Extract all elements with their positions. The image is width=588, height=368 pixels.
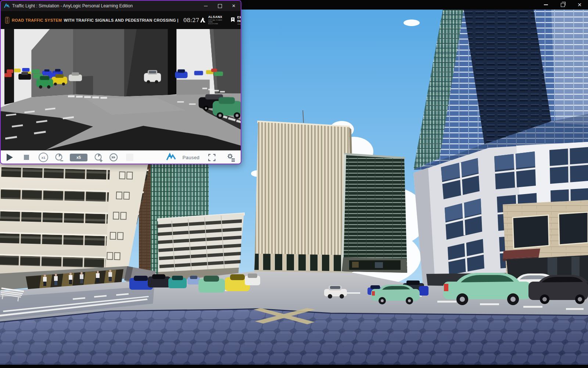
restore-down-icon xyxy=(561,3,565,7)
fullscreen-icon xyxy=(208,153,216,162)
speed-up-clock-icon xyxy=(94,153,103,162)
fast-forward-button[interactable] xyxy=(109,153,118,162)
minimize-icon xyxy=(204,6,208,6)
slow-down-clock-icon xyxy=(55,153,64,162)
close-icon: ✕ xyxy=(577,2,582,7)
sim-header: ROAD TRAFFIC SYSTEM WITH TRAFFIC SIGNALS… xyxy=(1,11,241,29)
cream-building xyxy=(0,162,156,296)
plaza xyxy=(0,308,588,365)
alsanx-mountain-icon xyxy=(199,17,207,23)
play-icon xyxy=(7,154,13,161)
app-restore-button[interactable] xyxy=(554,0,571,10)
simulation-clock: 08:27 xyxy=(183,17,199,24)
minimize-icon xyxy=(544,4,548,5)
bottom-strip xyxy=(0,365,588,368)
desktop-screen: ✕ xyxy=(0,0,588,368)
anylogic-app-icon xyxy=(4,3,10,8)
inactive-button xyxy=(126,154,133,161)
status-label: Paused xyxy=(183,155,200,160)
traffic-light-icon xyxy=(5,17,9,24)
sim-maximize-button[interactable] xyxy=(213,1,227,11)
settings-button[interactable] xyxy=(226,153,236,162)
sim-titlebar[interactable]: Traffic Light : Simulation - AnyLogic Pe… xyxy=(1,1,241,11)
anylogic-logo xyxy=(166,153,176,162)
maximize-icon xyxy=(218,4,222,8)
speed-up-button[interactable] xyxy=(94,153,103,162)
settings-gear-icon xyxy=(226,153,236,162)
emaarblue-logo: EMAARBLUE INDUSTRIES xyxy=(230,16,241,24)
app-minimize-button[interactable] xyxy=(537,0,554,10)
dark-green-tower xyxy=(341,153,407,273)
beige-tower xyxy=(254,110,355,274)
fast-forward-icon xyxy=(109,153,118,162)
anylogic-simulation-window: Traffic Light : Simulation - AnyLogic Pe… xyxy=(0,0,241,164)
system-title: ROAD TRAFFIC SYSTEM xyxy=(12,18,62,22)
fullscreen-button[interactable] xyxy=(208,153,216,162)
stop-icon xyxy=(24,155,29,160)
sim-3d-viewport[interactable] xyxy=(1,29,241,150)
speed-badge[interactable]: x5 xyxy=(70,154,87,161)
system-subtitle: WITH TRAFFIC SIGNALS AND PEDESTRIAN CROS… xyxy=(64,18,178,22)
stop-button[interactable] xyxy=(24,155,29,160)
play-button[interactable] xyxy=(7,154,13,161)
logo-rule xyxy=(237,24,241,24)
close-icon: ✕ xyxy=(232,4,236,8)
emaarblue-banner-icon xyxy=(230,17,236,23)
simulation-toolbar: x1 x5 xyxy=(1,150,241,164)
alsanx-logo: ALSANX VIRTUAL POWER DATA SOLUTIONS xyxy=(199,15,223,25)
car-blue-right-sliver xyxy=(419,286,429,296)
sim-close-button[interactable]: ✕ xyxy=(227,1,241,11)
real-time-button[interactable]: x1 xyxy=(39,153,48,162)
real-time-x1-icon: x1 xyxy=(39,153,48,162)
sim-minimize-button[interactable] xyxy=(199,1,213,11)
app-close-button[interactable]: ✕ xyxy=(571,0,588,10)
window-title: Traffic Light : Simulation - AnyLogic Pe… xyxy=(12,3,133,8)
slow-down-button[interactable] xyxy=(55,153,64,162)
sim-roads xyxy=(1,88,241,150)
